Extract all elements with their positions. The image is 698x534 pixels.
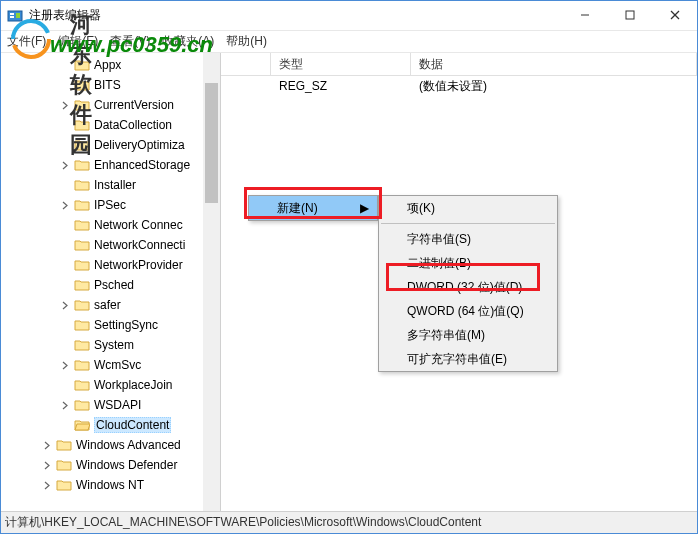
window-title: 注册表编辑器 xyxy=(29,7,562,24)
tree-label: Windows Advanced xyxy=(76,438,181,452)
tree-scrollbar[interactable] xyxy=(203,53,220,511)
tree-label: Windows Defender xyxy=(76,458,177,472)
expander-icon[interactable] xyxy=(59,99,72,112)
col-type[interactable]: 类型 xyxy=(271,53,411,75)
tree-label: CloudContent xyxy=(94,417,171,433)
expander-icon xyxy=(59,339,72,352)
tree-label: EnhancedStorage xyxy=(94,158,190,172)
expander-icon xyxy=(59,119,72,132)
tree-node[interactable]: Installer xyxy=(1,175,220,195)
tree-label: WSDAPI xyxy=(94,398,141,412)
tree-node[interactable]: BITS xyxy=(1,75,220,95)
tree-node[interactable]: CurrentVersion xyxy=(1,95,220,115)
folder-icon xyxy=(74,338,90,352)
tree-label: SettingSync xyxy=(94,318,158,332)
tree-node[interactable]: Appx xyxy=(1,55,220,75)
tree-label: Network Connec xyxy=(94,218,183,232)
expander-icon[interactable] xyxy=(59,359,72,372)
statusbar: 计算机\HKEY_LOCAL_MACHINE\SOFTWARE\Policies… xyxy=(1,511,697,533)
tree-label: IPSec xyxy=(94,198,126,212)
tree-node[interactable]: Windows NT xyxy=(1,475,220,495)
menu-new-qword[interactable]: QWORD (64 位)值(Q) xyxy=(379,299,557,323)
tree-node[interactable]: NetworkConnecti xyxy=(1,235,220,255)
tree-node[interactable]: EnhancedStorage xyxy=(1,155,220,175)
folder-icon xyxy=(74,278,90,292)
folder-icon xyxy=(74,98,90,112)
menubar: 文件(F) 编辑(E) 查看(V) 收藏夹(A) 帮助(H) xyxy=(1,31,697,53)
expander-icon xyxy=(59,219,72,232)
scrollbar-thumb[interactable] xyxy=(205,83,218,203)
maximize-button[interactable] xyxy=(607,1,652,29)
tree-label: System xyxy=(94,338,134,352)
expander-icon[interactable] xyxy=(59,159,72,172)
tree-node[interactable]: CloudContent xyxy=(1,415,220,435)
tree-node[interactable]: Windows Advanced xyxy=(1,435,220,455)
expander-icon[interactable] xyxy=(41,459,54,472)
expander-icon xyxy=(59,259,72,272)
menu-new[interactable]: 新建(N) ▶ xyxy=(249,196,377,220)
tree-node[interactable]: DeliveryOptimiza xyxy=(1,135,220,155)
col-name[interactable] xyxy=(221,53,271,75)
menu-new-string[interactable]: 字符串值(S) xyxy=(379,227,557,251)
menu-new-expandstring[interactable]: 可扩充字符串值(E) xyxy=(379,347,557,371)
menu-edit[interactable]: 编辑(E) xyxy=(58,33,98,50)
menu-new-key[interactable]: 项(K) xyxy=(379,196,557,220)
tree-node[interactable]: WorkplaceJoin xyxy=(1,375,220,395)
tree-label: safer xyxy=(94,298,121,312)
svg-rect-5 xyxy=(626,11,634,19)
context-submenu-new: 项(K) 字符串值(S) 二进制值(B) DWORD (32 位)值(D) QW… xyxy=(378,195,558,372)
tree-label: CurrentVersion xyxy=(94,98,174,112)
tree-node[interactable]: Windows Defender xyxy=(1,455,220,475)
tree-label: Windows NT xyxy=(76,478,144,492)
content-area: AppxBITSCurrentVersionDataCollectionDeli… xyxy=(1,53,697,511)
expander-icon[interactable] xyxy=(41,479,54,492)
tree-node[interactable]: SettingSync xyxy=(1,315,220,335)
menu-view[interactable]: 查看(V) xyxy=(110,33,150,50)
tree-node[interactable]: System xyxy=(1,335,220,355)
folder-icon xyxy=(74,418,90,432)
registry-editor-window: 注册表编辑器 文件(F) 编辑(E) 查看(V) 收藏夹(A) 帮助(H) Ap… xyxy=(0,0,698,534)
tree-node[interactable]: Network Connec xyxy=(1,215,220,235)
menu-new-multistring[interactable]: 多字符串值(M) xyxy=(379,323,557,347)
expander-icon[interactable] xyxy=(41,439,54,452)
expander-icon xyxy=(59,319,72,332)
expander-icon xyxy=(59,379,72,392)
context-menu: 新建(N) ▶ xyxy=(248,195,378,221)
submenu-arrow-icon: ▶ xyxy=(360,201,369,215)
tree-pane[interactable]: AppxBITSCurrentVersionDataCollectionDeli… xyxy=(1,53,221,511)
folder-icon xyxy=(74,378,90,392)
menu-separator xyxy=(381,223,555,224)
menu-new-dword[interactable]: DWORD (32 位)值(D) xyxy=(379,275,557,299)
tree-node[interactable]: DataCollection xyxy=(1,115,220,135)
menu-new-binary[interactable]: 二进制值(B) xyxy=(379,251,557,275)
svg-rect-2 xyxy=(10,16,14,18)
col-data[interactable]: 数据 xyxy=(411,53,697,75)
menu-file[interactable]: 文件(F) xyxy=(7,33,46,50)
tree-label: NetworkConnecti xyxy=(94,238,185,252)
folder-icon xyxy=(74,298,90,312)
tree-node[interactable]: Psched xyxy=(1,275,220,295)
close-button[interactable] xyxy=(652,1,697,29)
status-path: 计算机\HKEY_LOCAL_MACHINE\SOFTWARE\Policies… xyxy=(5,514,481,531)
tree-label: Installer xyxy=(94,178,136,192)
tree-node[interactable]: IPSec xyxy=(1,195,220,215)
menu-help[interactable]: 帮助(H) xyxy=(226,33,267,50)
tree-label: Appx xyxy=(94,58,121,72)
tree-label: Psched xyxy=(94,278,134,292)
list-row[interactable]: REG_SZ (数值未设置) xyxy=(221,76,697,96)
folder-icon xyxy=(56,478,72,492)
tree-node[interactable]: WSDAPI xyxy=(1,395,220,415)
menu-new-label: 新建(N) xyxy=(277,200,318,217)
expander-icon xyxy=(59,279,72,292)
expander-icon[interactable] xyxy=(59,199,72,212)
tree-node[interactable]: safer xyxy=(1,295,220,315)
tree-node[interactable]: WcmSvc xyxy=(1,355,220,375)
minimize-button[interactable] xyxy=(562,1,607,29)
list-pane[interactable]: 类型 数据 REG_SZ (数值未设置) 新建(N) ▶ 项(K) 字符串值(S… xyxy=(221,53,697,511)
expander-icon[interactable] xyxy=(59,299,72,312)
tree-node[interactable]: NetworkProvider xyxy=(1,255,220,275)
menu-favorites[interactable]: 收藏夹(A) xyxy=(162,33,214,50)
expander-icon xyxy=(59,139,72,152)
expander-icon[interactable] xyxy=(59,399,72,412)
expander-icon xyxy=(59,59,72,72)
